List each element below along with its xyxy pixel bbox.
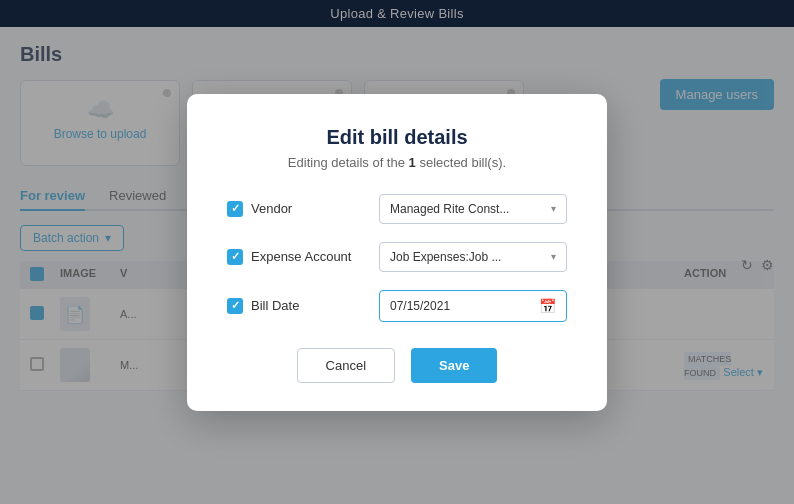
vendor-value: Managed Rite Const... — [390, 202, 509, 216]
chevron-down-icon: ▾ — [551, 251, 556, 262]
vendor-checkbox[interactable] — [227, 201, 243, 217]
bill-date-input[interactable]: 07/15/2021 📅 — [379, 290, 567, 322]
expense-account-value: Job Expenses:Job ... — [390, 250, 501, 264]
vendor-check-label[interactable]: Vendor — [227, 201, 367, 217]
edit-bill-modal: Edit bill details Editing details of the… — [187, 94, 607, 411]
save-button[interactable]: Save — [411, 348, 497, 383]
cancel-button[interactable]: Cancel — [297, 348, 395, 383]
expense-account-dropdown[interactable]: Job Expenses:Job ... ▾ — [379, 242, 567, 272]
expense-account-checkbox[interactable] — [227, 249, 243, 265]
expense-account-check-label[interactable]: Expense Account — [227, 249, 367, 265]
chevron-down-icon: ▾ — [551, 203, 556, 214]
modal-subtitle: Editing details of the 1 selected bill(s… — [227, 155, 567, 170]
vendor-label: Vendor — [251, 201, 292, 216]
expense-account-label: Expense Account — [251, 249, 351, 264]
bill-date-row: Bill Date 07/15/2021 📅 — [227, 290, 567, 322]
modal-overlay: Edit bill details Editing details of the… — [0, 0, 794, 504]
modal-footer: Cancel Save — [227, 348, 567, 383]
bill-date-check-label[interactable]: Bill Date — [227, 298, 367, 314]
bill-date-value: 07/15/2021 — [390, 299, 450, 313]
bill-date-checkbox[interactable] — [227, 298, 243, 314]
expense-account-row: Expense Account Job Expenses:Job ... ▾ — [227, 242, 567, 272]
bill-date-label: Bill Date — [251, 298, 299, 313]
vendor-dropdown[interactable]: Managed Rite Const... ▾ — [379, 194, 567, 224]
modal-title: Edit bill details — [227, 126, 567, 149]
vendor-row: Vendor Managed Rite Const... ▾ — [227, 194, 567, 224]
calendar-icon[interactable]: 📅 — [539, 298, 556, 314]
